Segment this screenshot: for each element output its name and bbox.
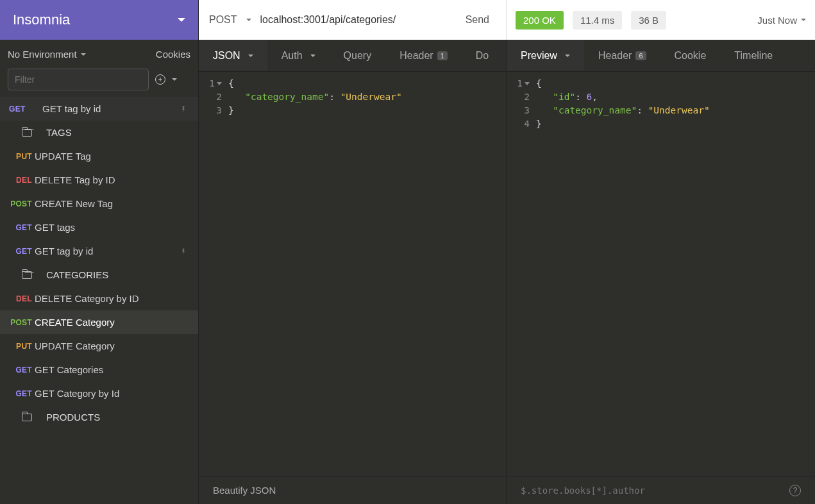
- tab-body[interactable]: JSON: [199, 40, 267, 71]
- status-badges: 200 OK 11.4 ms 36 B: [516, 11, 666, 29]
- method-badge: DEL: [6, 176, 32, 185]
- url-input[interactable]: [260, 14, 450, 26]
- tab-label: Preview: [521, 50, 557, 62]
- folder-label: CATEGORIES: [46, 269, 108, 280]
- request-list: GETGET tag by idTAGSPUTUPDATE TagDELDELE…: [0, 97, 198, 504]
- tab-preview[interactable]: Preview: [507, 40, 584, 71]
- main-area: POST Send 200 OK 11.4 ms 36 B Just Now: [199, 0, 815, 504]
- request-label: GET tag by id: [42, 103, 101, 114]
- request-label: GET Category by Id: [35, 388, 119, 399]
- response-body-viewer: 1{ 2 "id": 6, 3 "category_name": "Underw…: [507, 72, 815, 476]
- method-badge: GET: [6, 223, 32, 232]
- request-label: UPDATE Tag: [35, 151, 91, 162]
- environment-row: No Environment Cookies: [0, 40, 198, 69]
- chevron-down-icon: [81, 53, 86, 56]
- plus-icon: +: [155, 74, 165, 85]
- tab-auth[interactable]: Auth: [267, 40, 330, 71]
- response-pane: 1{ 2 "id": 6, 3 "category_name": "Underw…: [507, 72, 815, 476]
- app-title: Insomnia: [13, 12, 70, 28]
- filter-row: +: [0, 69, 198, 97]
- tab-docs[interactable]: Do: [462, 40, 503, 71]
- request-label: CREATE Category: [35, 317, 115, 328]
- method-select[interactable]: POST: [209, 14, 251, 26]
- new-request-button[interactable]: +: [155, 74, 177, 85]
- chevron-down-icon: [178, 18, 185, 22]
- panes: 1{ 2 "category_name": "Underwear" 3} 1{ …: [199, 72, 815, 476]
- tab-label: JSON: [213, 50, 240, 62]
- url-bar: POST Send: [199, 0, 507, 40]
- request-pane: 1{ 2 "category_name": "Underwear" 3}: [199, 72, 507, 476]
- chevron-down-icon: [565, 55, 570, 57]
- folder-label: TAGS: [46, 127, 72, 138]
- resp-header-count-badge: 6: [635, 51, 646, 60]
- footer-right: ?: [507, 476, 815, 504]
- request-label: CREATE New Tag: [35, 198, 113, 209]
- footer: Beautify JSON ?: [199, 476, 815, 504]
- request-label: GET Categories: [35, 364, 103, 375]
- sidebar: Insomnia No Environment Cookies + GETGET…: [0, 0, 199, 504]
- method-label: POST: [209, 14, 237, 26]
- sidebar-folder[interactable]: PRODUCTS: [0, 405, 198, 429]
- environment-picker[interactable]: No Environment: [8, 49, 86, 60]
- request-label: GET tag by id: [35, 246, 93, 256]
- help-icon[interactable]: ?: [789, 485, 801, 496]
- request-body-editor[interactable]: 1{ 2 "category_name": "Underwear" 3}: [199, 72, 506, 476]
- tab-query[interactable]: Query: [330, 40, 386, 71]
- chevron-down-icon: [172, 78, 177, 81]
- sidebar-request[interactable]: PUTUPDATE Tag: [0, 144, 198, 168]
- tab-cookie[interactable]: Cookie: [660, 40, 721, 71]
- header-count-badge: 1: [437, 51, 448, 60]
- beautify-button[interactable]: Beautify JSON: [213, 485, 276, 496]
- jsonpath-input[interactable]: [521, 485, 789, 496]
- tab-resp-header[interactable]: Header 6: [584, 40, 660, 71]
- sidebar-request[interactable]: DELDELETE Category by ID: [0, 287, 198, 310]
- sidebar-request[interactable]: GETGET Category by Id: [0, 382, 198, 405]
- sidebar-request[interactable]: DELDELETE Tag by ID: [0, 168, 198, 192]
- request-tabs: JSON Auth Query Header 1 Do: [199, 40, 507, 71]
- sidebar-request[interactable]: GETGET tag by id: [0, 97, 198, 121]
- method-badge: POST: [6, 318, 32, 327]
- response-history-picker[interactable]: Just Now: [757, 15, 806, 26]
- response-size-badge: 36 B: [631, 11, 666, 29]
- tab-label: Header: [598, 50, 632, 62]
- folder-label: PRODUCTS: [46, 412, 100, 423]
- tabs-row: JSON Auth Query Header 1 Do Preview: [199, 40, 815, 72]
- method-badge: PUT: [6, 152, 32, 161]
- sidebar-folder[interactable]: TAGS: [0, 121, 198, 144]
- method-badge: GET: [6, 247, 32, 256]
- sidebar-request[interactable]: POSTCREATE Category: [0, 310, 198, 334]
- method-badge: DEL: [6, 294, 32, 303]
- request-label: UPDATE Category: [35, 340, 115, 351]
- send-button[interactable]: Send: [459, 10, 496, 29]
- workspace-switcher[interactable]: Insomnia: [0, 0, 198, 40]
- method-badge: GET: [6, 365, 32, 374]
- filter-input[interactable]: [8, 69, 149, 90]
- footer-left: Beautify JSON: [199, 476, 507, 504]
- tab-timeline[interactable]: Timeline: [720, 40, 787, 71]
- top-row: POST Send 200 OK 11.4 ms 36 B Just Now: [199, 0, 815, 40]
- pin-icon: [180, 105, 187, 113]
- response-time-badge: 11.4 ms: [573, 11, 622, 29]
- request-label: DELETE Category by ID: [35, 293, 139, 304]
- sidebar-request[interactable]: GETGET tag by id: [0, 239, 198, 263]
- sidebar-request[interactable]: GETGET Categories: [0, 358, 198, 382]
- environment-label: No Environment: [8, 49, 77, 60]
- folder-icon: [22, 414, 32, 421]
- sidebar-request[interactable]: PUTUPDATE Category: [0, 334, 198, 358]
- sidebar-request[interactable]: POSTCREATE New Tag: [0, 192, 198, 215]
- app-root: Insomnia No Environment Cookies + GETGET…: [0, 0, 815, 504]
- sidebar-request[interactable]: GETGET tags: [0, 215, 198, 239]
- sidebar-folder[interactable]: CATEGORIES: [0, 263, 198, 287]
- pin-icon: [180, 247, 187, 256]
- method-badge: POST: [6, 199, 32, 208]
- status-code-badge: 200 OK: [516, 11, 564, 29]
- cookies-button[interactable]: Cookies: [156, 49, 190, 60]
- status-bar: 200 OK 11.4 ms 36 B Just Now: [507, 0, 815, 40]
- chevron-down-icon: [246, 19, 251, 21]
- tab-label: Auth: [281, 50, 303, 62]
- tab-header[interactable]: Header 1: [385, 40, 462, 71]
- chevron-down-icon: [801, 19, 806, 21]
- tab-label: Header: [399, 50, 433, 62]
- response-tabs: Preview Header 6 Cookie Timeline: [507, 40, 815, 71]
- folder-icon: [22, 129, 32, 137]
